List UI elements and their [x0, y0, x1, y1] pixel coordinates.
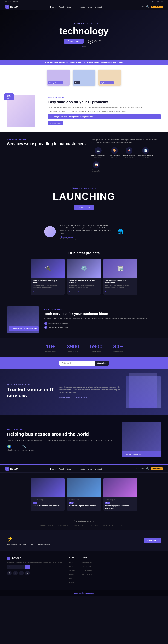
project-info-0: Cloud migration saves money & protect Lo…	[31, 278, 65, 295]
dot-3[interactable]	[85, 46, 86, 47]
footer-links-title: Links	[70, 556, 75, 558]
search-button-2[interactable]: 🔍	[146, 467, 149, 470]
logo[interactable]: N notech	[5, 5, 19, 9]
service-sub-4[interactable]: View our work	[91, 171, 101, 172]
helping-section: About Company Helping businesses around …	[0, 415, 168, 464]
project-card-1: ⚙️ Perfect solution that your business d…	[67, 259, 101, 295]
partner-logo-4: MATRIX	[103, 524, 113, 527]
service-label-2: Digital marketing	[123, 155, 135, 156]
blog-date-2: 27 Jun 2022 | Blog	[105, 499, 135, 500]
about-left: 3M+ clients	[7, 95, 43, 127]
card-3-label: Digital experience	[100, 82, 114, 84]
globe-icon: 🌐	[118, 229, 124, 235]
marquee-text-after: and get better interactions.	[101, 62, 123, 64]
project-image-0: 🔌	[31, 259, 65, 278]
blog-section: 27 Jun 2022 | Blog Blog Easy to use soft…	[0, 472, 168, 516]
nav-projects[interactable]: Projects	[78, 6, 85, 8]
stat-0: 10+ Years Experience	[45, 343, 56, 352]
launching-cta-button[interactable]: Contact us now	[74, 205, 94, 210]
stat-num-0: 10+	[45, 343, 56, 350]
nav2-blog[interactable]: Blog	[88, 468, 92, 470]
card-1[interactable]: Manage IT services	[47, 70, 70, 86]
stat-label-2: Happy Clients	[90, 350, 103, 352]
testimonial-section: This is due to their excellent service, …	[0, 219, 168, 245]
testimonial-author: Alexanda Braden	[60, 236, 113, 238]
helping-desc: Lorem ipsum dolor sit amet consectetur a…	[7, 439, 117, 442]
service-sub-3[interactable]: View our work	[138, 157, 153, 158]
footer-link-blog[interactable]: Blog	[70, 578, 72, 579]
project-desc-0: Lorem ipsum dolor sit amet consectetur a…	[33, 284, 63, 288]
youtube-icon[interactable]: ▶	[25, 571, 30, 576]
cta-speak-button[interactable]: Speak to us	[144, 538, 161, 544]
dot-2[interactable]	[83, 46, 85, 47]
nav-services[interactable]: Services	[67, 6, 74, 8]
nav-contact[interactable]: Contact	[95, 6, 102, 8]
footer-brand: N notech Lorem ipsum dolor sit amet cons…	[7, 556, 62, 585]
trusted-desc: Lorem ipsum dolor sit amet consectetur a…	[59, 386, 120, 394]
card-3[interactable]: Digital experience	[98, 70, 121, 86]
blog-card-0[interactable]: 27 Jun 2022 | Blog Blog Easy to use soft…	[31, 478, 65, 511]
top-email: info@example.com	[5, 1, 19, 2]
nav2-home[interactable]: Home	[50, 468, 56, 470]
nav-links-2: Home About Services Projects Blog Contac…	[50, 467, 102, 470]
hero-dots	[59, 46, 108, 47]
project-info-1: Perfect solution that your business dema…	[67, 278, 101, 295]
trusted-link-1[interactable]: Get to know us	[59, 396, 70, 398]
footer-link-contact[interactable]: Contact	[70, 582, 74, 584]
facebook-icon[interactable]: f	[7, 571, 12, 576]
project-link-0[interactable]: Show our work	[33, 291, 43, 292]
search-button[interactable]: 🔍	[146, 5, 149, 8]
blog-card-1[interactable]: 27 Jun 2022 | Blog Blog What is holding …	[67, 478, 101, 511]
service-item-0: 💻 Product development View our work	[91, 147, 105, 158]
nav2-projects[interactable]: Projects	[78, 468, 85, 470]
footer-link-projects[interactable]: Projects	[70, 574, 75, 575]
about-cta-button[interactable]: Discover more	[48, 121, 63, 126]
trusted-left: TRUSTED SOURCE IN IT Trusted source in I…	[7, 384, 54, 400]
nav2-services[interactable]: Services	[67, 468, 74, 470]
trusted-link-2[interactable]: Explore IT projects	[74, 396, 87, 398]
helping-feature-1: 🔧 Expert solutions	[22, 444, 34, 451]
nav-about[interactable]: About	[59, 6, 64, 8]
digital-marketing-icon: 📣	[126, 147, 132, 154]
services-tag: What we're offering	[7, 138, 86, 140]
hero-section: IT SOFTWARE SOLUTION & technology Discov…	[0, 10, 168, 60]
blog-card-2[interactable]: 27 Jun 2022 | Blog Blog Podcasting opera…	[103, 478, 137, 511]
service-sub-0[interactable]: View our work	[91, 157, 105, 158]
main-navbar: N notech Home About Services Projects Bl…	[0, 3, 168, 10]
copyright-text: Copyright © ShareCode.vn	[74, 592, 94, 594]
footer-contact-title: Contact	[82, 556, 93, 558]
dot-1[interactable]	[82, 46, 83, 47]
footer-col-contact: Contact info@notech.com +84 9999 1000 12…	[82, 556, 93, 585]
top-bar: info@example.com +84-9999-1000	[0, 0, 168, 3]
service-sub-1[interactable]: View our work	[109, 157, 120, 158]
footer-link-home[interactable]: Home	[70, 562, 73, 563]
about-title: Easy solutions for your IT problems	[48, 100, 161, 104]
services-title: Services we're providing to our customer…	[7, 141, 86, 146]
linkedin-icon[interactable]: in	[19, 571, 24, 576]
footer-subscribe-button[interactable]: →	[25, 565, 30, 569]
tech-services-desc: Lorem ipsum dolor sit amet consectetur a…	[44, 317, 161, 320]
tools-icon: 🔧	[22, 444, 34, 448]
card-2[interactable]: Cloud	[73, 70, 95, 86]
marquee-link[interactable]: Explore notech	[87, 62, 99, 64]
footer-link-about[interactable]: About	[70, 566, 73, 567]
newsletter-input[interactable]	[59, 361, 95, 366]
nav2-contact[interactable]: Contact	[95, 468, 102, 470]
tech-services-title: Tech services for your business ideas	[44, 312, 161, 316]
project-link-1[interactable]: Show our work	[69, 291, 79, 292]
logo-2[interactable]: N notech	[5, 467, 19, 471]
trusted-section: TRUSTED SOURCE IN IT Trusted source in I…	[0, 369, 168, 415]
trusted-links: Get to know us Explore IT projects	[59, 396, 120, 398]
project-link-2[interactable]: Show our work	[105, 291, 115, 292]
nav2-about[interactable]: About	[59, 468, 64, 470]
hero-play-button[interactable]: ▶ Watch Video	[88, 39, 104, 44]
service-sub-2[interactable]: View our work	[123, 157, 135, 158]
nav-home[interactable]: Home	[50, 6, 56, 8]
nav2-right: +84-9999-1000 🔍 ShareCode.vn	[132, 467, 163, 470]
footer-email-input[interactable]	[7, 565, 25, 569]
footer-link-services[interactable]: Services	[70, 570, 75, 571]
newsletter-submit-button[interactable]: Subscribe	[95, 361, 109, 366]
nav-blog[interactable]: Blog	[88, 6, 92, 8]
hero-cta-button[interactable]: Discover more	[64, 39, 84, 44]
twitter-icon[interactable]: t	[13, 571, 18, 576]
